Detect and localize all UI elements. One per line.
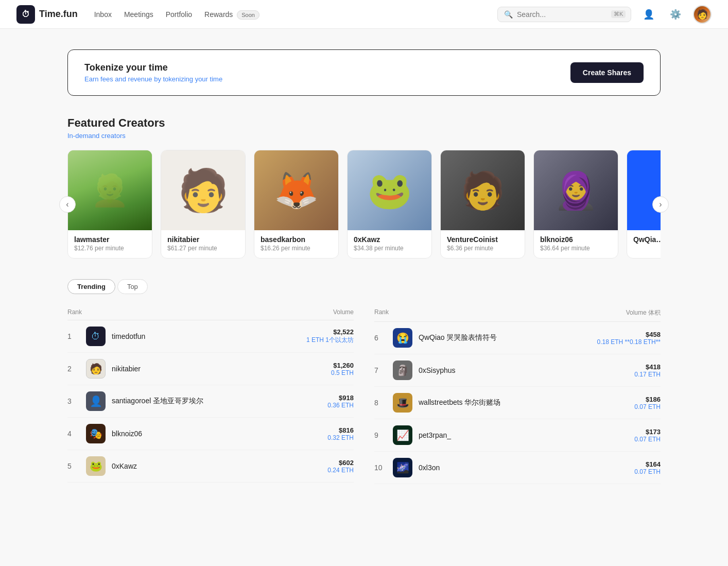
creator-card[interactable]: 🐸 0xKawz $34.38 per minute bbox=[347, 150, 432, 259]
soon-badge: Soon bbox=[237, 10, 259, 20]
avatar: 🎭 bbox=[86, 424, 106, 443]
leaderboard-row[interactable]: 8 🎩 wallstreetbets 华尔街赌场 $186 0.07 ETH bbox=[374, 387, 661, 419]
featured-section: Featured Creators In-demand creators ‹ 👱… bbox=[67, 116, 661, 259]
rank-header: Rank bbox=[67, 308, 333, 316]
featured-title: Featured Creators bbox=[67, 116, 661, 130]
volume: $918 0.36 ETH bbox=[327, 394, 354, 409]
rank-header: Rank bbox=[374, 308, 626, 317]
nav-portfolio[interactable]: Portfolio bbox=[166, 10, 192, 19]
nav-meetings[interactable]: Meetings bbox=[124, 10, 153, 19]
creator-card[interactable]: 🧑 nikitabier $61.27 per minute bbox=[161, 150, 246, 259]
creator-name: lawmaster bbox=[74, 235, 146, 244]
navbar-right: 🔍 ⌘K 👤 ⚙️ 🧑 bbox=[497, 5, 712, 24]
volume: $816 0.32 ETH bbox=[327, 426, 354, 441]
volume: $418 0.17 ETH bbox=[634, 363, 661, 378]
carousel-prev-button[interactable]: ‹ bbox=[59, 196, 76, 213]
creator-card[interactable]: 👱 lawmaster $12.76 per minute bbox=[67, 150, 152, 259]
volume: $173 0.07 ETH bbox=[634, 428, 661, 443]
creator-name: QwQiao 哭哭脸表情符号 bbox=[419, 333, 591, 342]
creator-name: nikitabier bbox=[112, 365, 325, 373]
leaderboard-row[interactable]: 10 🌌 0xl3on $164 0.07 ETH bbox=[374, 452, 661, 484]
rank-number: 5 bbox=[67, 462, 80, 470]
avatar: 🎩 bbox=[393, 393, 412, 413]
creator-name: 0xSisyphus bbox=[419, 366, 628, 374]
volume: $186 0.07 ETH bbox=[634, 396, 661, 410]
logo-icon: ⏱ bbox=[16, 5, 35, 24]
tokenize-banner: Tokenize your time Earn fees and revenue… bbox=[67, 49, 661, 96]
volume: $458 0.18 ETH **0.18 ETH** bbox=[597, 331, 661, 346]
rank-number: 1 bbox=[67, 332, 80, 340]
create-shares-button[interactable]: Create Shares bbox=[570, 62, 644, 83]
creator-rate: $34.38 per minute bbox=[354, 245, 425, 252]
creator-name: VentureCoinist bbox=[447, 235, 518, 244]
rank-number: 10 bbox=[374, 464, 387, 472]
creator-rate: $12.76 per minute bbox=[74, 245, 146, 252]
creators-list: 👱 lawmaster $12.76 per minute 🧑 nikitabi… bbox=[67, 150, 661, 259]
banner-title: Tokenize your time bbox=[84, 62, 222, 73]
search-shortcut: ⌘K bbox=[611, 10, 626, 18]
main-content: Tokenize your time Earn fees and revenue… bbox=[55, 29, 673, 505]
tab-trending[interactable]: Trending bbox=[67, 279, 115, 294]
avatar: 🧑 bbox=[86, 359, 106, 379]
creator-rate: $6.36 per minute bbox=[447, 245, 518, 252]
leaderboard-row[interactable]: 1 ⏱ timedotfun $2,522 1 ETH 1个以太坊 bbox=[67, 320, 354, 353]
nav-links: Inbox Meetings Portfolio Rewards Soon bbox=[94, 10, 259, 19]
creator-card[interactable]: 🧕 blknoiz06 $36.64 per minute bbox=[533, 150, 618, 259]
leaderboard-right: Rank Volume 体积 6 😭 QwQiao 哭哭脸表情符号 $458 0… bbox=[374, 304, 661, 484]
user-profile-btn[interactable]: 👤 bbox=[639, 5, 658, 24]
avatar: 📈 bbox=[393, 425, 412, 445]
avatar: ⏱ bbox=[86, 327, 106, 346]
creator-name: 0xKawz bbox=[112, 462, 321, 470]
rank-number: 4 bbox=[67, 430, 80, 438]
creator-name: blknoiz06 bbox=[112, 430, 321, 438]
volume-header: Volume 体积 bbox=[626, 308, 661, 317]
rank-number: 6 bbox=[374, 334, 387, 342]
banner-text: Tokenize your time Earn fees and revenue… bbox=[84, 62, 222, 83]
volume: $602 0.24 ETH bbox=[327, 459, 354, 474]
search-box[interactable]: 🔍 ⌘K bbox=[497, 7, 631, 22]
creator-name: 0xKawz bbox=[354, 235, 425, 244]
creator-name: blknoiz06 bbox=[540, 235, 612, 244]
creator-name: santiagoroel 圣地亚哥罗埃尔 bbox=[112, 397, 321, 406]
creator-card[interactable]: 🦊 basedkarbon $16.26 per minute bbox=[254, 150, 339, 259]
avatar[interactable]: 🧑 bbox=[693, 5, 712, 24]
rank-number: 7 bbox=[374, 366, 387, 374]
brand-logo[interactable]: ⏱ Time.fun bbox=[16, 5, 78, 24]
leaderboard-row[interactable]: 5 🐸 0xKawz $602 0.24 ETH bbox=[67, 450, 354, 483]
creator-name: 0xl3on bbox=[419, 464, 628, 472]
brand-name: Time.fun bbox=[39, 9, 78, 20]
col-header-right: Rank Volume 体积 bbox=[374, 304, 661, 322]
leaderboard-row[interactable]: 9 📈 pet3rpan_ $173 0.07 ETH bbox=[374, 419, 661, 452]
leaderboard-row[interactable]: 4 🎭 blknoiz06 $816 0.32 ETH bbox=[67, 418, 354, 450]
rank-number: 9 bbox=[374, 431, 387, 439]
navbar: ⏱ Time.fun Inbox Meetings Portfolio Rewa… bbox=[0, 0, 728, 29]
rank-number: 3 bbox=[67, 397, 80, 405]
nav-inbox[interactable]: Inbox bbox=[94, 10, 112, 19]
nav-rewards[interactable]: Rewards Soon bbox=[204, 10, 259, 19]
avatar: 🗿 bbox=[393, 361, 412, 380]
carousel-next-button[interactable]: › bbox=[652, 196, 669, 213]
leaderboard-row[interactable]: 7 🗿 0xSisyphus $418 0.17 ETH bbox=[374, 354, 661, 387]
avatar: 😭 bbox=[393, 328, 412, 348]
leaderboard-row[interactable]: 3 👤 santiagoroel 圣地亚哥罗埃尔 $918 0.36 ETH bbox=[67, 385, 354, 418]
banner-subtitle: Earn fees and revenue by tokenizing your… bbox=[84, 75, 222, 83]
creator-name: timedotfun bbox=[112, 332, 300, 340]
creator-name: nikitabier bbox=[167, 235, 239, 244]
avatar: 👤 bbox=[86, 391, 106, 411]
avatar: 🐸 bbox=[86, 456, 106, 476]
search-input[interactable] bbox=[517, 10, 607, 19]
tab-top[interactable]: Top bbox=[117, 279, 148, 294]
volume: $1,260 0.5 ETH bbox=[331, 362, 354, 376]
volume: $164 0.07 ETH bbox=[634, 460, 661, 475]
rank-number: 2 bbox=[67, 365, 80, 373]
creator-rate: $36.64 per minute bbox=[540, 245, 612, 252]
leaderboard-row[interactable]: 6 😭 QwQiao 哭哭脸表情符号 $458 0.18 ETH **0.18 … bbox=[374, 322, 661, 354]
settings-btn[interactable]: ⚙️ bbox=[666, 5, 685, 24]
creator-rate: $61.27 per minute bbox=[167, 245, 239, 252]
banner-link: time bbox=[210, 75, 223, 83]
leaderboard-row[interactable]: 2 🧑 nikitabier $1,260 0.5 ETH bbox=[67, 353, 354, 385]
creator-card[interactable]: 🧑 VentureCoinist $6.36 per minute bbox=[440, 150, 525, 259]
creator-rate: $16.26 per minute bbox=[261, 245, 332, 252]
creator-name: QwQia… bbox=[633, 235, 661, 244]
col-header-left: Rank Volume bbox=[67, 304, 354, 320]
